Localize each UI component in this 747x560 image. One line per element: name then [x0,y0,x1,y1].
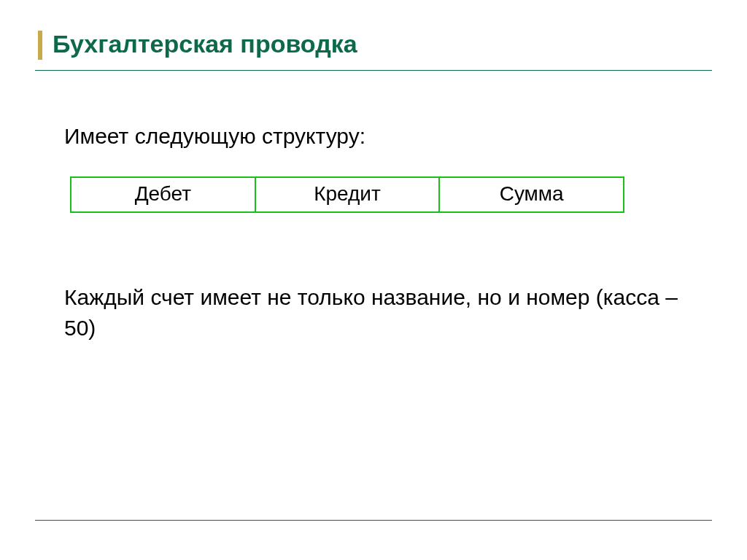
structure-cell-debit: Дебет [70,176,256,213]
structure-cell-sum: Сумма [440,176,624,213]
content-area: Имеет следующую структуру: Дебет Кредит … [35,122,712,343]
structure-row: Дебет Кредит Сумма [70,176,624,213]
bottom-underline [35,520,712,521]
title-block: Бухгалтерская проводка [35,28,712,71]
title-underline [35,70,712,71]
note-text: Каждый счет имеет не только название, но… [64,282,692,343]
page-title: Бухгалтерская проводка [35,28,712,60]
intro-text: Имеет следующую структуру: [64,122,692,152]
structure-cell-credit: Кредит [256,176,441,213]
accent-bar [38,31,42,60]
slide: Бухгалтерская проводка Имеет следующую с… [0,0,747,560]
